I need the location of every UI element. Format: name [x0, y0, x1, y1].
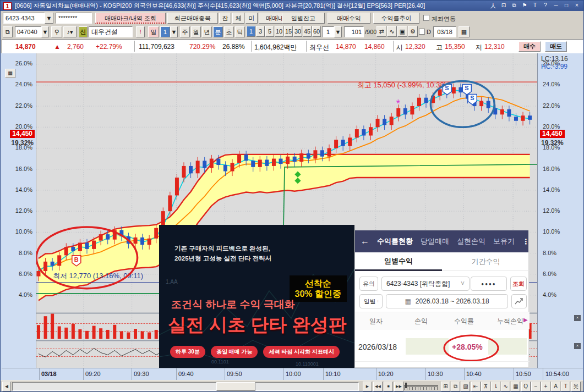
- popout-icon[interactable]: ⊡: [500, 2, 507, 10]
- interval-10-button[interactable]: 10: [275, 26, 283, 37]
- window-link-icon[interactable]: ⧉: [3, 26, 13, 37]
- caution-button[interactable]: 유의: [359, 277, 378, 291]
- sell-button[interactable]: 매도: [545, 41, 567, 52]
- panel-password-field[interactable]: ●●●●: [471, 277, 507, 291]
- sound-icon[interactable]: ♪▾: [63, 26, 77, 37]
- trend-down-icon[interactable]: ⇂: [491, 382, 500, 391]
- pattern-tool-icon[interactable]: ▦: [511, 382, 520, 391]
- back-arrow-icon[interactable]: ←: [361, 236, 369, 246]
- font-icon[interactable]: T: [531, 2, 539, 10]
- buy-button[interactable]: 매수: [518, 41, 541, 52]
- wave-tool-icon[interactable]: ∿: [501, 382, 510, 391]
- play-button[interactable]: ▶: [363, 382, 372, 391]
- kebab-menu-icon[interactable]: ⋮: [522, 238, 528, 246]
- analyst-icon[interactable]: 웃: [571, 382, 581, 391]
- text-tool-icon[interactable]: A: [551, 382, 560, 391]
- zoom-in-icon[interactable]: +: [541, 382, 550, 391]
- trade-mark-query-button[interactable]: 매매마크/내역 조회: [95, 13, 166, 24]
- tab-period-profit[interactable]: 기간수익: [442, 252, 530, 271]
- save-icon[interactable]: ▣: [397, 26, 407, 37]
- period-week-button[interactable]: 주: [180, 26, 190, 37]
- calendar-icon[interactable]: ▦: [459, 26, 470, 37]
- speed-slider[interactable]: [404, 385, 438, 387]
- zoom-icon[interactable]: Q: [521, 382, 531, 391]
- multi-stock-icon[interactable]: ⇄: [376, 26, 386, 37]
- scroll-left-button[interactable]: ◄: [2, 382, 11, 391]
- interval-5-button[interactable]: 5: [265, 26, 274, 37]
- stock-code-input[interactable]: 047040: [15, 26, 41, 37]
- code-dropdown-arrow[interactable]: ▼: [41, 26, 49, 37]
- stock-name-input[interactable]: 대우건설: [89, 26, 133, 37]
- account-select[interactable]: 6423-4343: [3, 13, 45, 24]
- query-button[interactable]: 조회: [510, 277, 527, 291]
- interval-1-button[interactable]: 1: [247, 26, 255, 37]
- daily-balance-button[interactable]: 일별잔고: [282, 13, 325, 24]
- fast-forward-button[interactable]: ▶▶: [394, 382, 403, 391]
- interval-30-button[interactable]: 30: [293, 26, 302, 37]
- cascade-windows-icon[interactable]: ⧉: [451, 382, 460, 391]
- day-count-value[interactable]: 1: [160, 26, 170, 37]
- interval-60-button[interactable]: 60: [312, 26, 321, 37]
- account-dropdown-arrow[interactable]: ▼: [45, 13, 53, 24]
- interval-45-button[interactable]: 45: [303, 26, 312, 37]
- interval-3-button[interactable]: 3: [256, 26, 265, 37]
- account-link-checkbox[interactable]: [423, 15, 429, 21]
- recent-trades-button[interactable]: 최근매매종목: [167, 13, 218, 24]
- pin-icon[interactable]: ⚑: [521, 2, 528, 10]
- rewind-button[interactable]: ◀◀: [373, 382, 383, 391]
- trade-profit-button[interactable]: 매매수익: [328, 13, 370, 24]
- trend-left-icon[interactable]: ⇤: [471, 382, 481, 391]
- y-axis-label: 20.0%: [15, 123, 32, 130]
- volume-pane-close-icon[interactable]: ×: [574, 315, 581, 321]
- count-select[interactable]: 1: [322, 26, 334, 37]
- d-checkbox[interactable]: [419, 29, 425, 35]
- search-icon[interactable]: ⚲: [51, 26, 62, 37]
- period-second-button[interactable]: 초: [224, 26, 234, 37]
- date-input[interactable]: 03/18: [433, 26, 456, 37]
- trend-top-icon[interactable]: ⊼: [481, 382, 490, 391]
- account-dropdown[interactable]: 6423-4343 [위탁종합] ˅: [381, 277, 470, 291]
- period-tick-button[interactable]: 틱: [235, 26, 245, 37]
- nav-realized-pl[interactable]: 실현손익: [457, 236, 485, 246]
- user-icon[interactable]: 人: [489, 2, 497, 10]
- password-field[interactable]: ********: [56, 13, 92, 24]
- bar-count-input[interactable]: 101: [344, 26, 364, 37]
- grid-tool-icon[interactable]: ▦: [5, 69, 15, 78]
- profit-trend-button[interactable]: 수익률추이: [373, 13, 419, 24]
- nav-holdings[interactable]: 보유기: [493, 236, 515, 246]
- balance-button[interactable]: 잔: [219, 13, 231, 24]
- chart-view-icon[interactable]: [511, 294, 527, 308]
- period-year-button[interactable]: 년: [202, 26, 212, 37]
- grid-add-icon[interactable]: ⊞: [441, 382, 450, 391]
- date-range-picker[interactable]: ▦ 2026.03.18 ~ 2026.03.18: [386, 294, 508, 308]
- period-minute-button[interactable]: 분: [213, 26, 223, 37]
- day-count-arrow[interactable]: ▼: [170, 26, 178, 37]
- chart-scrollbar-track[interactable]: [12, 382, 359, 391]
- tab-daily-profit[interactable]: 일별수익: [355, 252, 442, 271]
- period-day-button[interactable]: 일: [148, 26, 159, 37]
- maximize-icon[interactable]: □: [563, 2, 570, 10]
- scroll-right-icon[interactable]: ▶: [523, 317, 528, 323]
- ad-overlay[interactable]: 기존 구매자의 피드백으로 완성된, 2025년형 고성능 실전 단타 전략서 …: [159, 225, 354, 368]
- stop-button[interactable]: ■: [384, 382, 393, 391]
- help-icon[interactable]: ?: [542, 2, 549, 10]
- interval-15-button[interactable]: 15: [284, 26, 293, 37]
- settings-gear-icon[interactable]: ⚙: [408, 26, 418, 37]
- chart-scrollbar-thumb[interactable]: [216, 382, 255, 391]
- filled-button[interactable]: 체: [232, 13, 244, 24]
- compare-chart-icon[interactable]: ∿: [387, 26, 397, 37]
- close-icon[interactable]: ×: [573, 2, 581, 10]
- count-arrow[interactable]: ▼: [334, 26, 342, 37]
- indicator-pane-close-icon[interactable]: ×: [574, 343, 581, 349]
- zoom-out-icon[interactable]: −: [531, 382, 541, 391]
- font-tool-icon[interactable]: T: [561, 382, 570, 391]
- nav-daily-trades[interactable]: 당일매매: [421, 236, 449, 246]
- unfilled-button[interactable]: 미: [245, 13, 258, 24]
- region-select-icon[interactable]: ▨: [461, 382, 470, 391]
- period-month-button[interactable]: 월: [191, 26, 201, 37]
- period-type-button[interactable]: 일별⁞: [359, 294, 383, 308]
- speed-slider-handle[interactable]: [405, 383, 407, 388]
- cascade-icon[interactable]: ⧉: [510, 2, 518, 10]
- minimize-icon[interactable]: ─: [552, 2, 560, 10]
- alert-button[interactable]: !: [136, 26, 145, 37]
